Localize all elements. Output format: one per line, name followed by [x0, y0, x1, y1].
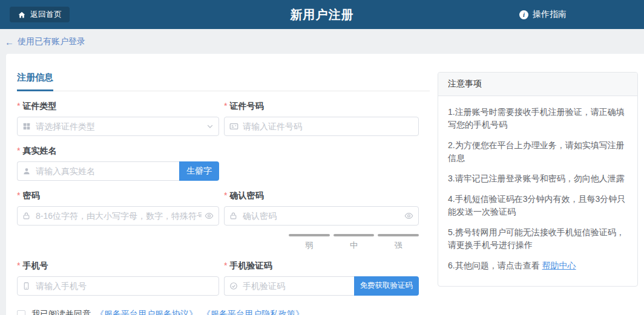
confirm-password-field: [224, 206, 419, 226]
cert-type-input[interactable]: [17, 117, 219, 136]
chevron-down-icon: [206, 123, 214, 130]
notice-item: 6.其他问题，请点击查看 帮助中心: [448, 259, 628, 272]
tab-bar: 注册信息: [17, 72, 430, 91]
notice-item: 1.注册账号时需要接收手机注册验证，请正确填写您的手机号码: [448, 106, 628, 131]
get-sms-code-button[interactable]: 免费获取验证码: [354, 276, 419, 296]
page-title: 新用户注册: [291, 7, 354, 23]
sms-code-input[interactable]: [224, 276, 354, 296]
notice-item: 3.请牢记已注册登录账号和密码，勿向他人泄露: [448, 172, 628, 185]
form-row-certificate: *证件类型 *证件号码: [17, 91, 430, 136]
real-name-field: 生僻字: [17, 161, 219, 181]
cert-no-input[interactable]: [224, 117, 419, 136]
sub-header: ← 使用已有账户登录: [0, 29, 644, 54]
main-card: 注册信息 *证件类型 *证件号码: [6, 54, 644, 315]
home-icon: [18, 11, 26, 19]
real-name-control: [17, 161, 179, 181]
password-strength-meter: 弱 中 强: [289, 234, 419, 251]
confirm-password-input[interactable]: [224, 206, 419, 226]
required-asterisk: *: [224, 261, 227, 270]
form-row-password: *密码 *确认密码: [17, 181, 430, 226]
form-row-name: *真实姓名 生僻字: [17, 136, 430, 181]
notice-item: 4.手机短信验证码在3分钟内有效，且每3分钟只能发送一次验证码: [448, 193, 628, 218]
strength-medium: 中: [334, 234, 375, 251]
password-group: *密码: [17, 181, 219, 226]
form-row-phone: *手机号 *手机验证码: [17, 251, 430, 296]
operation-guide-label: 操作指南: [533, 9, 567, 20]
phone-field: [17, 276, 219, 296]
password-input[interactable]: [17, 206, 219, 226]
strength-weak-label: 弱: [289, 240, 330, 251]
required-asterisk: *: [224, 190, 227, 200]
notice-item: 5.携号转网用户可能无法接收手机短信验证码，请更换手机号进行操作: [448, 226, 628, 252]
required-asterisk: *: [17, 261, 20, 270]
sms-code-label: *手机验证码: [224, 261, 419, 271]
help-center-link[interactable]: 帮助中心: [542, 261, 576, 270]
sms-code-group: *手机验证码 免费获取验证码: [224, 251, 419, 296]
required-asterisk: *: [17, 146, 20, 155]
cert-no-label: *证件号码: [224, 101, 419, 112]
strength-bar: [289, 234, 330, 236]
notice-item: 2.为方便您在平台上办理业务，请如实填写注册信息: [448, 139, 628, 164]
back-home-button[interactable]: 返回首页: [10, 7, 70, 22]
cert-type-select[interactable]: [17, 117, 219, 136]
phone-label: *手机号: [17, 261, 219, 271]
real-name-label: *真实姓名: [17, 146, 219, 157]
form-row-strength: 弱 中 强: [17, 226, 430, 251]
notice-panel-title: 注意事项: [438, 73, 637, 96]
confirm-password-group: *确认密码: [224, 181, 419, 226]
phone-input[interactable]: [17, 276, 219, 296]
cert-type-group: *证件类型: [17, 91, 219, 136]
notice-item-6-text: 6.其他问题，请点击查看: [448, 261, 542, 270]
real-name-input[interactable]: [17, 161, 179, 181]
info-icon: i: [519, 10, 528, 19]
agreement-row: 我已阅读并同意 《服务平台用户服务协议》 《服务平台用户隐私政策》: [17, 309, 430, 315]
agreement-checkbox[interactable]: [17, 310, 25, 315]
eye-icon[interactable]: [404, 211, 413, 220]
cert-no-group: *证件号码: [224, 91, 419, 136]
notice-panel-body: 1.注册账号时需要接收手机注册验证，请正确填写您的手机号码 2.为方便您在平台上…: [438, 96, 637, 286]
cert-type-label: *证件类型: [17, 101, 219, 112]
strength-bar: [334, 234, 375, 236]
phone-group: *手机号: [17, 251, 219, 296]
top-header-bar: 返回首页 新用户注册 i 操作指南: [0, 0, 644, 29]
required-asterisk: *: [17, 101, 20, 111]
arrow-left-icon: ←: [5, 37, 14, 47]
privacy-policy-link[interactable]: 《服务平台用户隐私政策》: [202, 309, 304, 315]
strength-strong-label: 强: [378, 240, 419, 251]
sms-code-control: [224, 276, 354, 296]
password-label: *密码: [17, 190, 219, 201]
real-name-group: *真实姓名 生僻字: [17, 136, 219, 181]
back-home-label: 返回首页: [30, 9, 62, 20]
registration-form: 注册信息 *证件类型 *证件号码: [17, 72, 430, 315]
password-field: [17, 206, 219, 226]
cert-no-field: [224, 117, 419, 136]
use-existing-account-link[interactable]: ← 使用已有账户登录: [5, 36, 85, 47]
strength-strong: 强: [378, 234, 419, 251]
strength-medium-label: 中: [334, 240, 375, 251]
confirm-password-label: *确认密码: [224, 190, 419, 201]
operation-guide-link[interactable]: i 操作指南: [519, 9, 567, 20]
agreement-text: 我已阅读并同意: [31, 309, 91, 315]
required-asterisk: *: [17, 190, 20, 200]
rare-character-button[interactable]: 生僻字: [179, 161, 219, 181]
service-agreement-link[interactable]: 《服务平台用户服务协议》: [96, 309, 197, 315]
notice-panel: 注意事项 1.注册账号时需要接收手机注册验证，请正确填写您的手机号码 2.为方便…: [438, 72, 638, 287]
eye-icon[interactable]: [205, 211, 214, 220]
strength-weak: 弱: [289, 234, 330, 251]
use-existing-account-label: 使用已有账户登录: [18, 36, 85, 47]
required-asterisk: *: [224, 101, 227, 111]
sms-code-field: 免费获取验证码: [224, 276, 419, 296]
tab-registration-info[interactable]: 注册信息: [17, 72, 53, 91]
strength-bar: [378, 234, 419, 236]
